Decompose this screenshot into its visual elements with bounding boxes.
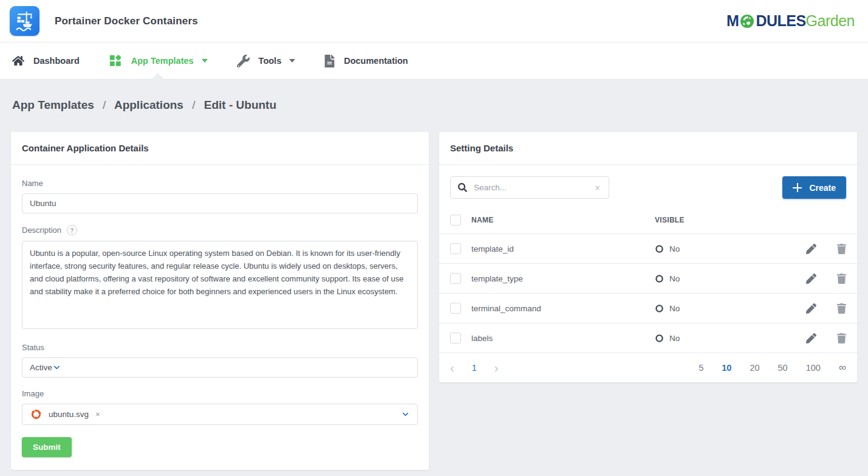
wrench-icon	[237, 55, 250, 67]
brand-text-garden: Garden	[806, 13, 855, 29]
visible-value: No	[669, 244, 680, 254]
pagination: ‹ 1 › 5 10 20 50 100 ∞	[439, 353, 857, 382]
name-label: Name	[22, 179, 418, 188]
home-icon	[12, 55, 24, 66]
delete-button[interactable]	[837, 303, 846, 314]
page-title: Portainer Docker Containers	[55, 15, 198, 27]
column-header-visible: VISIBLE	[655, 216, 806, 224]
page-size-20[interactable]: 20	[750, 363, 759, 373]
create-button[interactable]: Create	[782, 176, 846, 199]
clear-search-icon[interactable]: ×	[593, 182, 601, 193]
description-textarea[interactable]: Ubuntu is a popular, open-source Linux o…	[22, 241, 418, 329]
page-size-infinity-icon[interactable]: ∞	[839, 362, 846, 374]
delete-button[interactable]	[837, 274, 846, 284]
plus-icon	[793, 183, 802, 192]
setting-details-card: Setting Details × Create NAME VIS	[439, 132, 857, 382]
chevron-down-icon	[401, 410, 410, 419]
modulesgarden-logo: M DULES Garden	[726, 13, 855, 29]
portainer-logo	[10, 6, 39, 36]
next-page-icon[interactable]: ›	[494, 362, 499, 374]
page-size-5[interactable]: 5	[699, 363, 703, 373]
main-nav: Dashboard App Templates T	[0, 43, 868, 80]
row-checkbox[interactable]	[450, 333, 461, 343]
table-row: template_type No	[439, 263, 857, 293]
table-header-row: NAME VISIBLE	[439, 206, 857, 233]
table-row: terminal_command No	[439, 293, 857, 323]
ubuntu-logo-icon	[30, 408, 43, 421]
page-size-50[interactable]: 50	[778, 363, 788, 373]
setting-name: terminal_command	[471, 304, 655, 313]
nav-item-documentation[interactable]: Documentation	[324, 43, 408, 79]
chevron-down-icon	[289, 59, 295, 63]
nav-label-documentation: Documentation	[344, 56, 408, 66]
nav-label-app-templates: App Templates	[131, 56, 194, 66]
setting-name: labels	[471, 334, 655, 343]
column-header-name: NAME	[471, 216, 655, 224]
page-size-100[interactable]: 100	[806, 363, 821, 373]
search-input[interactable]	[474, 183, 593, 192]
description-label: Description	[22, 226, 61, 235]
prev-page-icon[interactable]: ‹	[450, 362, 454, 374]
delete-button[interactable]	[837, 244, 846, 254]
nav-label-tools: Tools	[259, 56, 282, 66]
breadcrumb-applications[interactable]: Applications	[114, 98, 183, 111]
visible-value: No	[669, 274, 680, 283]
name-input[interactable]	[22, 193, 418, 213]
visible-value: No	[669, 334, 680, 343]
status-selected-value: Active	[30, 363, 52, 372]
help-icon[interactable]: ?	[67, 225, 77, 235]
row-checkbox[interactable]	[450, 273, 461, 284]
container-application-details-card: Container Application Details Name Descr…	[11, 132, 429, 470]
breadcrumb-current: Edit - Ubuntu	[204, 98, 276, 111]
nav-label-dashboard: Dashboard	[33, 56, 80, 66]
ship-crane-icon	[13, 9, 37, 33]
page-size-selector: 5 10 20 50 100 ∞	[699, 362, 846, 374]
row-checkbox[interactable]	[450, 303, 461, 314]
image-tag-label: ubuntu.svg	[49, 410, 89, 419]
edit-button[interactable]	[806, 274, 816, 284]
image-label: Image	[22, 389, 418, 398]
edit-button[interactable]	[806, 303, 816, 314]
nav-item-app-templates[interactable]: App Templates	[109, 43, 208, 79]
document-icon	[324, 55, 335, 67]
app-grid-icon	[109, 54, 122, 67]
top-header: Portainer Docker Containers M DULES Gard…	[0, 0, 868, 43]
globe-icon	[739, 13, 755, 29]
setting-name: template_id	[471, 244, 655, 254]
image-select[interactable]: ubuntu.svg ×	[22, 404, 418, 425]
table-row: template_id No	[439, 233, 857, 263]
edit-button[interactable]	[806, 333, 816, 343]
page-size-10[interactable]: 10	[722, 363, 731, 373]
breadcrumb-app-templates[interactable]: App Templates	[12, 98, 94, 111]
search-box: ×	[450, 176, 609, 199]
card-title: Container Application Details	[11, 132, 429, 165]
delete-button[interactable]	[837, 333, 846, 343]
nav-item-tools[interactable]: Tools	[237, 43, 296, 79]
ring-status-icon	[655, 304, 664, 313]
select-all-checkbox[interactable]	[450, 215, 461, 226]
visible-value: No	[669, 304, 680, 313]
card-title: Setting Details	[439, 132, 857, 165]
active-tab-notch	[151, 73, 165, 80]
status-select[interactable]: Active	[22, 357, 418, 378]
edit-button[interactable]	[806, 244, 816, 254]
status-label: Status	[22, 343, 418, 352]
page-number[interactable]: 1	[472, 363, 477, 373]
image-tag: ubuntu.svg ×	[30, 408, 401, 421]
app-root: Portainer Docker Containers M DULES Gard…	[0, 0, 868, 476]
ring-status-icon	[655, 274, 664, 283]
chevron-down-icon	[202, 59, 208, 63]
brand-text-dules: DULES	[756, 13, 805, 29]
setting-name: template_type	[471, 274, 655, 283]
nav-item-dashboard[interactable]: Dashboard	[12, 43, 80, 79]
brand-text-m: M	[726, 13, 739, 29]
breadcrumb-separator: /	[192, 98, 195, 111]
chevron-down-icon	[52, 363, 61, 372]
ring-status-icon	[655, 334, 664, 343]
ring-status-icon	[655, 244, 664, 254]
search-icon	[458, 183, 467, 192]
submit-button[interactable]: Submit	[22, 437, 72, 457]
create-button-label: Create	[809, 183, 836, 193]
row-checkbox[interactable]	[450, 243, 461, 254]
remove-image-icon[interactable]: ×	[95, 410, 100, 419]
